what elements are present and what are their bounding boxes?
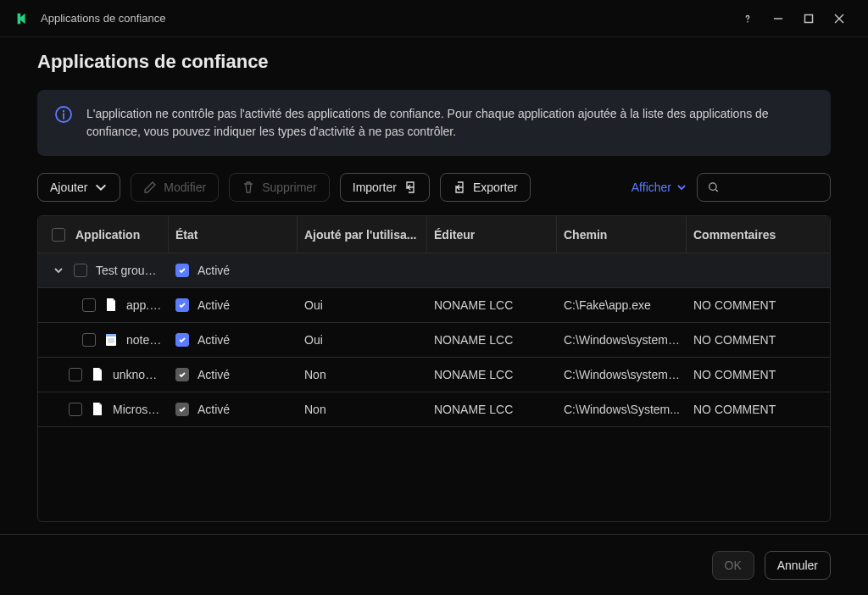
editor: NONAME LCC [434, 298, 513, 312]
search-box[interactable] [697, 173, 831, 202]
path: C:\Windows\system3... [564, 333, 680, 347]
chevron-down-icon [94, 181, 108, 194]
info-banner: L'application ne contrôle pas l'activité… [37, 90, 831, 156]
import-icon [403, 181, 417, 194]
search-icon [708, 181, 719, 194]
th-added-by-user[interactable]: Ajouté par l'utilisa... [298, 216, 427, 253]
state-checkbox[interactable] [175, 298, 189, 312]
import-button[interactable]: Importer [340, 173, 430, 202]
added-by-user: Oui [304, 333, 323, 347]
svg-point-7 [709, 183, 716, 190]
comments: NO COMMENT [693, 403, 776, 416]
svg-point-5 [63, 110, 64, 112]
table-row[interactable]: notepa... Activé Oui NONAME LCC C:\Windo… [38, 323, 830, 358]
state-label: Activé [198, 368, 230, 381]
delete-button[interactable]: Supprimer [229, 173, 330, 202]
added-by-user: Non [304, 403, 326, 416]
app-name: notepa... [126, 333, 162, 347]
import-button-label: Importer [353, 181, 397, 194]
select-all-checkbox[interactable] [52, 228, 65, 242]
table: Application État Ajouté par l'utilisa...… [37, 215, 831, 522]
th-chemin[interactable]: Chemin [557, 216, 687, 253]
state-checkbox[interactable] [175, 368, 189, 381]
file-icon [104, 298, 118, 313]
state-label: Activé [198, 403, 230, 416]
th-etat[interactable]: État [169, 216, 298, 253]
afficher-dropdown[interactable]: Afficher [632, 181, 687, 194]
svg-rect-1 [805, 14, 813, 22]
export-button[interactable]: Exporter [440, 173, 531, 202]
app-name: Microsoft... [113, 403, 162, 416]
comments: NO COMMENT [693, 368, 776, 381]
app-name: app.exe [126, 298, 162, 312]
expand-icon[interactable] [52, 265, 65, 275]
state-label: Activé [198, 264, 230, 277]
th-commentaires[interactable]: Commentaires [687, 216, 818, 253]
row-checkbox[interactable] [82, 298, 96, 312]
close-button[interactable] [824, 5, 854, 32]
group-name: Test group App [96, 264, 162, 277]
file-icon [91, 402, 104, 417]
maximize-button[interactable] [793, 5, 824, 32]
app-logo-icon [14, 10, 31, 27]
app-name: unknown.... [113, 368, 162, 381]
delete-button-label: Supprimer [262, 181, 317, 194]
table-group-row[interactable]: Test group App Activé [38, 253, 830, 288]
row-checkbox[interactable] [69, 368, 82, 381]
page-title: Applications de confiance [37, 51, 831, 73]
path: C:\Fake\app.exe [564, 298, 651, 312]
footer: OK Annuler [0, 534, 868, 595]
th-application[interactable]: Application [38, 216, 169, 253]
help-button[interactable] [732, 5, 763, 32]
trash-icon [242, 181, 255, 194]
table-row[interactable]: app.exe Activé Oui NONAME LCC C:\Fake\ap… [38, 288, 830, 323]
content-area: Applications de confiance L'application … [0, 37, 868, 522]
table-header: Application État Ajouté par l'utilisa...… [38, 216, 830, 253]
added-by-user: Non [304, 368, 326, 381]
info-icon [54, 105, 73, 124]
edit-button-label: Modifier [164, 181, 206, 194]
file-icon [104, 332, 118, 348]
state-checkbox[interactable] [175, 403, 189, 416]
editor: NONAME LCC [434, 368, 513, 381]
chevron-down-icon [676, 182, 687, 192]
titlebar-title: Applications de confiance [41, 12, 732, 25]
add-button-label: Ajouter [50, 181, 87, 194]
state-checkbox[interactable] [175, 264, 189, 277]
svg-line-8 [715, 190, 718, 192]
row-checkbox[interactable] [69, 403, 82, 416]
search-input[interactable] [726, 181, 820, 194]
export-button-label: Exporter [473, 181, 518, 194]
pencil-icon [143, 181, 157, 194]
titlebar: Applications de confiance [0, 0, 868, 37]
row-checkbox[interactable] [74, 264, 87, 277]
export-icon [453, 181, 466, 194]
editor: NONAME LCC [434, 403, 513, 416]
toolbar: Ajouter Modifier Supprimer Importer Expo… [37, 173, 831, 202]
comments: NO COMMENT [693, 298, 776, 312]
comments: NO COMMENT [693, 333, 776, 347]
table-row[interactable]: unknown.... Activé Non NONAME LCC C:\Win… [38, 358, 830, 392]
afficher-label: Afficher [632, 181, 671, 194]
file-icon [91, 367, 104, 382]
state-checkbox[interactable] [175, 333, 189, 347]
added-by-user: Oui [304, 298, 323, 312]
edit-button[interactable]: Modifier [131, 173, 219, 202]
ok-button[interactable]: OK [712, 551, 754, 580]
th-editeur[interactable]: Éditeur [427, 216, 557, 253]
path: C:\Windows\system3... [564, 368, 680, 381]
state-label: Activé [198, 333, 230, 347]
state-label: Activé [198, 298, 230, 312]
path: C:\Windows\System... [564, 403, 680, 416]
add-button[interactable]: Ajouter [37, 173, 120, 202]
table-row[interactable]: Microsoft... Activé Non NONAME LCC C:\Wi… [38, 392, 830, 427]
editor: NONAME LCC [434, 333, 513, 347]
minimize-button[interactable] [763, 5, 793, 32]
cancel-button[interactable]: Annuler [765, 551, 831, 580]
info-text: L'application ne contrôle pas l'activité… [86, 105, 814, 141]
row-checkbox[interactable] [82, 333, 96, 347]
svg-rect-10 [106, 334, 116, 336]
